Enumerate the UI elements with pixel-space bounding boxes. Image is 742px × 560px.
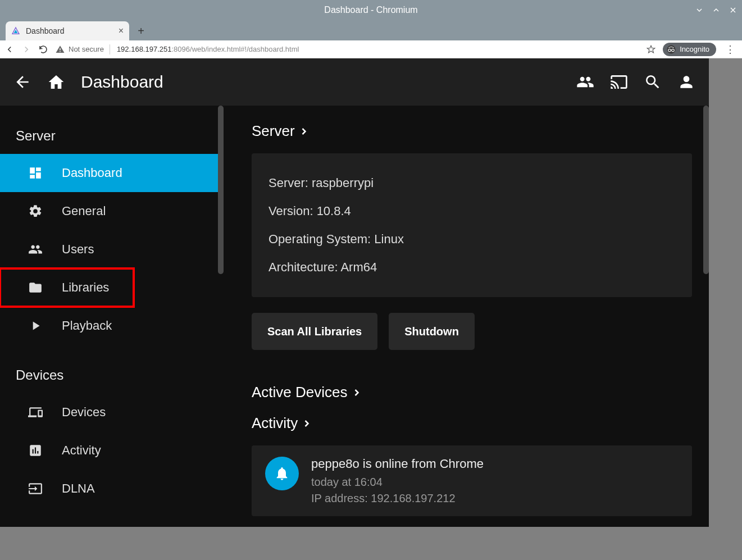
activity-entry: peppe8o is online from Chrome today at 1…: [252, 445, 692, 516]
sidebar-item-devices[interactable]: Devices: [0, 393, 224, 431]
scrollbar[interactable]: [703, 106, 709, 274]
nav-back-icon[interactable]: [4, 44, 15, 54]
sidebar-item-general[interactable]: General: [0, 192, 224, 230]
url-field[interactable]: 192.168.197.251:8096/web/index.html#!/da…: [117, 45, 639, 53]
shutdown-button[interactable]: Shutdown: [389, 313, 475, 350]
bookmark-star-icon[interactable]: [646, 44, 656, 54]
browser-menu-icon[interactable]: ⋮: [723, 43, 738, 56]
security-indicator[interactable]: Not secure: [55, 44, 110, 54]
sidebar: Server Dashboard General Users Libraries…: [0, 106, 224, 527]
page-title: Dashboard: [81, 72, 163, 92]
not-secure-label: Not secure: [69, 45, 104, 53]
window-maximize-icon[interactable]: [712, 6, 721, 15]
tab-title: Dashboard: [26, 26, 113, 35]
browser-tab[interactable]: Dashboard ×: [6, 21, 129, 40]
os-titlebar: Dashboard - Chromium: [0, 0, 742, 20]
sidebar-section-devices: Devices: [0, 345, 224, 393]
devices-icon: [28, 405, 43, 420]
cast-icon[interactable]: [610, 73, 628, 91]
sidebar-item-playback[interactable]: Playback: [0, 307, 224, 345]
active-devices-section-link[interactable]: Active Devices: [252, 384, 692, 401]
sidebar-section-livetv: Live TV: [0, 508, 224, 527]
sidebar-section-server: Server: [0, 106, 224, 154]
server-arch-row: Architecture: Arm64: [268, 253, 675, 281]
activity-section-link[interactable]: Activity: [252, 415, 692, 432]
app-header: Dashboard: [0, 58, 709, 106]
nav-reload-icon[interactable]: [38, 44, 48, 54]
sidebar-item-label: DLNA: [62, 481, 95, 496]
chevron-right-icon: [301, 418, 312, 429]
scrollbar[interactable]: [218, 106, 224, 274]
activity-icon: [28, 443, 43, 458]
notification-bell-icon: [265, 457, 299, 490]
sidebar-item-label: Libraries: [62, 280, 109, 295]
incognito-icon: [666, 44, 676, 54]
activity-time: today at 16:04: [311, 476, 484, 489]
search-icon[interactable]: [644, 73, 662, 91]
sidebar-item-label: Playback: [62, 318, 112, 333]
main-content: Server Server: raspberrypi Version: 10.8…: [224, 106, 709, 527]
back-button[interactable]: [13, 73, 31, 91]
sidebar-item-label: General: [62, 204, 106, 218]
dashboard-icon: [28, 166, 43, 180]
sidebar-item-label: Users: [62, 242, 94, 257]
input-icon: [28, 481, 43, 496]
manage-users-icon[interactable]: [576, 73, 594, 91]
sidebar-item-users[interactable]: Users: [0, 230, 224, 268]
jellyfin-favicon-icon: [11, 26, 20, 35]
play-icon: [28, 318, 43, 333]
server-section-link[interactable]: Server: [252, 122, 692, 140]
sidebar-item-dlna[interactable]: DLNA: [0, 470, 224, 508]
new-tab-button[interactable]: +: [133, 22, 149, 39]
app-root: Dashboard Server Dashboard General: [0, 58, 709, 527]
server-name-row: Server: raspberrypi: [268, 169, 675, 197]
sidebar-item-label: Dashboard: [62, 166, 122, 180]
sidebar-item-activity[interactable]: Activity: [0, 431, 224, 470]
browser-tabstrip: Dashboard × +: [0, 20, 742, 40]
server-version-row: Version: 10.8.4: [268, 197, 675, 225]
sidebar-item-label: Activity: [62, 443, 101, 458]
gear-icon: [28, 204, 43, 218]
window-title: Dashboard - Chromium: [324, 5, 417, 15]
sidebar-item-libraries[interactable]: Libraries: [0, 268, 134, 307]
sidebar-item-dashboard[interactable]: Dashboard: [0, 154, 224, 192]
home-button[interactable]: [47, 73, 65, 91]
activity-ip: IP address: 192.168.197.212: [311, 492, 484, 505]
sidebar-item-label: Devices: [62, 405, 106, 420]
nav-forward-icon[interactable]: [21, 44, 31, 54]
browser-addressbar: Not secure 192.168.197.251:8096/web/inde…: [0, 40, 742, 58]
server-info-card: Server: raspberrypi Version: 10.8.4 Oper…: [252, 153, 692, 297]
user-menu-icon[interactable]: [677, 73, 695, 91]
window-minimize-icon[interactable]: [695, 6, 704, 15]
gutter: [709, 58, 742, 560]
svg-rect-0: [60, 48, 61, 50]
scan-libraries-button[interactable]: Scan All Libraries: [252, 313, 377, 350]
chevron-right-icon: [351, 387, 362, 398]
chevron-right-icon: [298, 126, 309, 137]
activity-message: peppe8o is online from Chrome: [311, 457, 484, 471]
server-os-row: Operating System: Linux: [268, 225, 675, 253]
window-close-icon[interactable]: [729, 6, 738, 15]
gutter: [0, 527, 742, 560]
incognito-chip[interactable]: Incognito: [663, 43, 716, 56]
tab-close-icon[interactable]: ×: [119, 26, 124, 36]
folder-icon: [28, 280, 43, 295]
warning-icon: [55, 44, 65, 54]
users-icon: [28, 242, 43, 257]
svg-rect-1: [60, 51, 61, 52]
